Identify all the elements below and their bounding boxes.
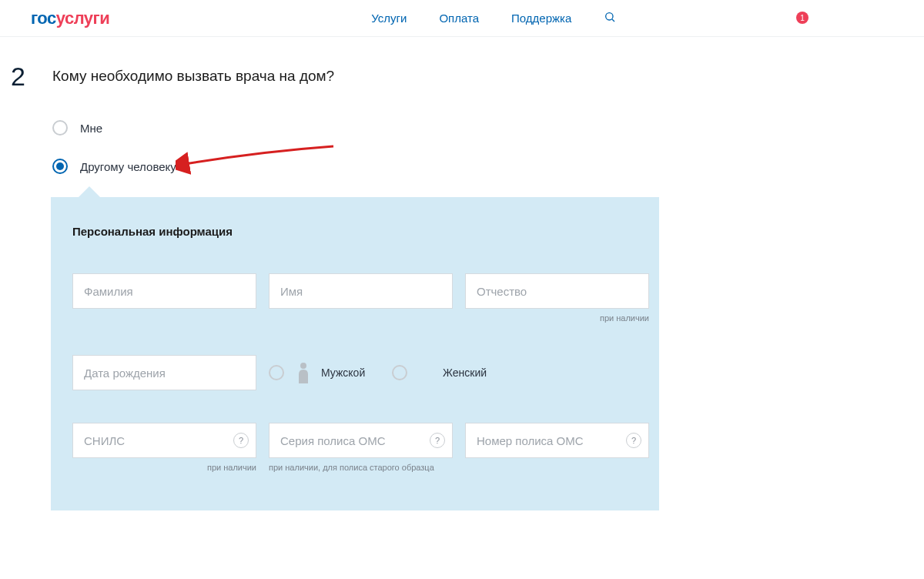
gender-female-label: Женский bbox=[443, 366, 504, 379]
target-person-radios: Мне Другому человеку bbox=[52, 120, 924, 174]
person-icon bbox=[296, 362, 310, 383]
step-number: 2 bbox=[11, 63, 52, 89]
nav-services[interactable]: Услуги bbox=[371, 2, 407, 34]
radio-label: Мне bbox=[80, 122, 102, 135]
help-icon[interactable]: ? bbox=[233, 433, 249, 448]
help-icon[interactable]: ? bbox=[626, 433, 641, 448]
gender-female-radio[interactable] bbox=[392, 365, 407, 380]
oms-series-field[interactable] bbox=[269, 423, 453, 458]
step-header: 2 Кому необходимо вызвать врача на дом? bbox=[0, 37, 924, 89]
gender-male-label: Мужской bbox=[321, 366, 383, 379]
main-nav: Услуги Оплата Поддержка bbox=[371, 2, 616, 34]
firstname-field[interactable] bbox=[269, 273, 453, 309]
oms-number-field[interactable] bbox=[465, 423, 649, 458]
nav-support[interactable]: Поддержка bbox=[511, 2, 571, 34]
radio-icon bbox=[52, 120, 68, 136]
radio-label: Другому человеку bbox=[80, 160, 176, 173]
row-docs: ? при наличии ? при наличии, для полиса … bbox=[72, 423, 638, 472]
logo-part-2: услуги bbox=[56, 8, 110, 28]
lastname-field[interactable] bbox=[72, 273, 256, 309]
gender-male-radio[interactable] bbox=[269, 365, 284, 380]
patronymic-field[interactable] bbox=[465, 273, 649, 309]
patronymic-note: при наличии bbox=[465, 313, 649, 323]
personal-info-panel: Персональная информация при наличии bbox=[51, 197, 659, 510]
radio-icon bbox=[52, 159, 68, 174]
snils-note: при наличии bbox=[72, 463, 256, 472]
step-title: Кому необходимо вызвать врача на дом? bbox=[52, 68, 334, 85]
search-icon[interactable] bbox=[604, 11, 616, 26]
svg-point-0 bbox=[606, 12, 613, 19]
oms-series-note: при наличии, для полиса старого образца bbox=[269, 463, 453, 472]
svg-line-1 bbox=[612, 19, 614, 22]
badge-count: 1 bbox=[800, 14, 805, 22]
row-dob-gender: Мужской Женский bbox=[72, 355, 638, 390]
nav-payment[interactable]: Оплата bbox=[439, 2, 479, 34]
panel-heading: Персональная информация bbox=[72, 225, 638, 238]
svg-point-2 bbox=[300, 363, 306, 369]
snils-field[interactable] bbox=[72, 423, 256, 458]
radio-option-other[interactable]: Другому человеку bbox=[52, 159, 924, 174]
row-fio: при наличии bbox=[72, 273, 638, 323]
site-header: госуслуги Услуги Оплата Поддержка 1 bbox=[0, 0, 924, 37]
radio-option-me[interactable]: Мне bbox=[52, 120, 924, 136]
help-icon[interactable]: ? bbox=[430, 433, 445, 448]
logo[interactable]: госуслуги bbox=[31, 8, 109, 28]
notification-badge[interactable]: 1 bbox=[796, 12, 808, 24]
logo-part-1: гос bbox=[31, 8, 56, 28]
birthdate-field[interactable] bbox=[72, 355, 256, 390]
